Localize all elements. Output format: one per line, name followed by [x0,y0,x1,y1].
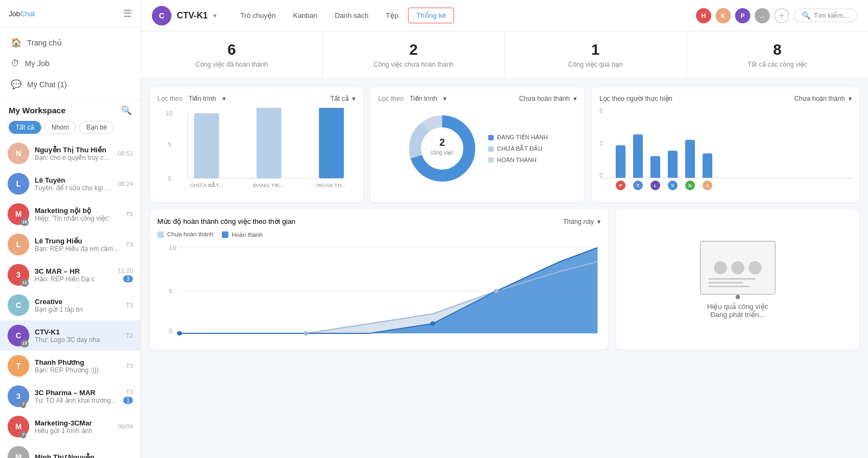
sidebar-myjob-label: My Job [25,59,49,68]
performer-chart: 630 P T L [599,108,852,190]
sidebar-toggle-button[interactable]: ☰ [123,8,132,20]
chat-info-9: Marketing-3CMarHiếu gửi 1 hình ảnh [35,419,112,435]
chat-item-0[interactable]: NNguyễn Thị Thu HiềnBạn: cho e quyền tru… [0,138,141,169]
performer-chart-filter[interactable]: Lọc theo người thực hiện [599,95,672,102]
stats-row: 6 Công việc đã hoàn thành 2 Công việc ch… [141,31,868,79]
user-avatar-p: P [735,8,750,23]
search-button[interactable]: 🔍 Tìm kiếm... [794,9,857,22]
performer-chart-header: Lọc theo người thực hiện Chưa hoàn thành… [599,95,852,102]
donut-container: 2 công việc ĐANG TIẾN HÀNH CHƯA BẮT ĐẦU [378,108,576,189]
stat-completed: 6 Công việc đã hoàn thành [141,31,323,78]
chat-item-5[interactable]: CCreativeBạn gửi 1 tập tinT3 [0,290,141,320]
svg-text:ĐANG TIE...: ĐANG TIE... [253,183,284,188]
stat-completed-label: Công việc đã hoàn thành [146,61,317,68]
chat-item-6[interactable]: C15CTV-K1Thư: Logo 3C day nhaT2 [0,320,141,351]
chat-badge-8: 1 [123,397,133,404]
charts-area: Lọc theo Tiến trình ▾ Tất cả ▾ 1050CHƯA … [141,79,868,458]
chat-preview-4: Hảo: REP Hiền Dạ c [35,275,112,283]
chat-item-9[interactable]: M7Marketing-3CMarHiếu gửi 1 hình ảnh09/0… [0,411,141,442]
tab-kanban[interactable]: Kanban [285,8,325,23]
chat-item-7[interactable]: TThanh PhươngBạn: REP Phương :)))T3 [0,351,141,381]
legend-item-0: ĐANG TIẾN HÀNH [488,134,548,141]
tab-tep[interactable]: Tệp [378,8,406,23]
chat-info-10: Minh Thư Nguyễn [35,453,127,459]
chat-meta-1: 08:24 [118,180,133,187]
workspace-chevron-icon[interactable]: ▾ [213,12,216,20]
member-count-6: 15 [21,340,29,347]
user-avatar-h: H [696,8,711,23]
legend-dot-1 [488,146,494,152]
area-chart-card: Mức độ hoàn thành công việc theo thời gi… [150,210,608,349]
chat-item-10[interactable]: MMinh Thư Nguyễn [0,442,141,458]
filter-group[interactable]: Nhóm [44,121,76,134]
add-member-button[interactable]: + [774,8,789,23]
chat-info-3: Lê Trung HiếuBạn: REP Hiếu đạ em cảm ơn,… [35,237,120,253]
bar-chart-filter[interactable]: Lọc theo Tiến trình ▾ [157,95,226,102]
stat-all: 8 Tất cả các công việc [687,31,868,78]
chat-name-6: CTV-K1 [35,328,120,336]
chat-name-5: Creative [35,298,120,306]
chat-item-3[interactable]: LLê Trung HiếuBạn: REP Hiếu đạ em cảm ơn… [0,229,141,260]
donut-chart-header: Lọc theo Tiến trình ▾ Chưa hoàn thành ▾ [378,95,576,102]
chat-meta-9: 09/09 [118,423,133,430]
donut-chart-card: Lọc theo Tiến trình ▾ Chưa hoàn thành ▾ … [371,87,584,202]
search-placeholder: Tìm kiếm... [814,11,849,20]
chat-meta-0: 08:52 [118,150,133,157]
sidebar-item-myjob[interactable]: ⏱ My Job [0,53,141,74]
svg-text:0: 0 [168,176,171,182]
bar-chart-value[interactable]: Tất cả ▾ [330,95,356,102]
home-icon: 🏠 [11,37,22,48]
performer-chart-value[interactable]: Chưa hoàn thành ▾ [794,95,852,102]
svg-point-25 [304,331,309,336]
legend-item-2: HOÀN THÀNH [488,157,548,163]
member-count-2: 18 [21,218,29,226]
chat-time-5: T3 [126,302,133,308]
placeholder-image [700,241,776,295]
sidebar-item-mychat[interactable]: 💬 My Chat (1) [0,74,141,95]
workspace-search-icon[interactable]: 🔍 [121,105,132,115]
svg-point-27 [177,331,182,336]
chat-name-3: Lê Trung Hiếu [35,237,120,245]
filter-pills: Tất cả Nhóm Bạn bè [0,119,141,138]
sidebar-home-label: Trang chủ [27,38,62,47]
tab-danhsach[interactable]: Danh sách [327,8,376,23]
svg-text:10: 10 [169,244,177,251]
chat-name-7: Thanh Phương [35,358,120,366]
chat-preview-9: Hiếu gửi 1 hình ảnh [35,427,112,435]
stat-incomplete-label: Công việc chưa hoàn thành [328,61,499,68]
chat-item-4[interactable]: 3113C MAR – HRHảo: REP Hiền Dạ c11:203 [0,260,141,290]
logo-text: JobChat [9,10,35,18]
ph-circle-1 [714,261,727,274]
workspace-title: My Workspace [9,106,121,115]
chat-time-3: T3 [126,241,133,248]
chat-meta-4: 11:203 [118,267,133,282]
sidebar: JobChat ☰ 🏠 Trang chủ ⏱ My Job 💬 My Chat… [0,0,141,458]
tab-thongke[interactable]: Thống kê [408,8,454,23]
chat-avatar-1: L [8,173,29,195]
myjob-icon: ⏱ [11,59,20,68]
chat-info-8: 3C Pharma – MARTu: TO All ảnh khai trươn… [35,389,118,404]
svg-text:HOÀN TH...: HOÀN TH... [316,183,346,188]
filter-friend[interactable]: Bạn bè [79,121,114,134]
chat-badge-4: 3 [123,275,133,282]
area-chart-filter[interactable]: Tháng này ▾ [563,218,601,225]
member-count-9: 7 [21,431,26,438]
chat-time-1: 08:24 [118,180,133,187]
chat-item-1[interactable]: LLê TuyênTuyên: để t sửa cho kịp th...08… [0,169,141,199]
chat-item-8[interactable]: 373C Pharma – MARTu: TO All ảnh khai trư… [0,381,141,411]
donut-chart-value[interactable]: Chưa hoàn thành ▾ [519,95,577,102]
user-avatar-k: K [716,8,731,23]
chat-info-4: 3C MAR – HRHảo: REP Hiền Dạ c [35,267,112,283]
chat-preview-6: Thư: Logo 3C day nha [35,336,120,344]
sidebar-item-home[interactable]: 🏠 Trang chủ [0,32,141,53]
tab-trochuyen[interactable]: Trò chuyện [233,8,283,23]
filter-all[interactable]: Tất cả [9,121,41,134]
donut-chart-filter[interactable]: Lọc theo Tiến trình ▾ [378,95,446,102]
chat-item-2[interactable]: M18Marketing nội bộHiệp: 'Tin nhắn công … [0,199,141,229]
chat-avatar-0: N [8,143,29,164]
stat-overdue-number: 1 [510,41,681,59]
chat-meta-3: T3 [126,241,133,248]
chat-avatar-7: T [8,355,29,377]
sidebar-logo: JobChat ☰ [0,0,141,28]
topbar: C CTV-K1 ▾ Trò chuyện Kanban Danh sách T… [141,0,868,31]
